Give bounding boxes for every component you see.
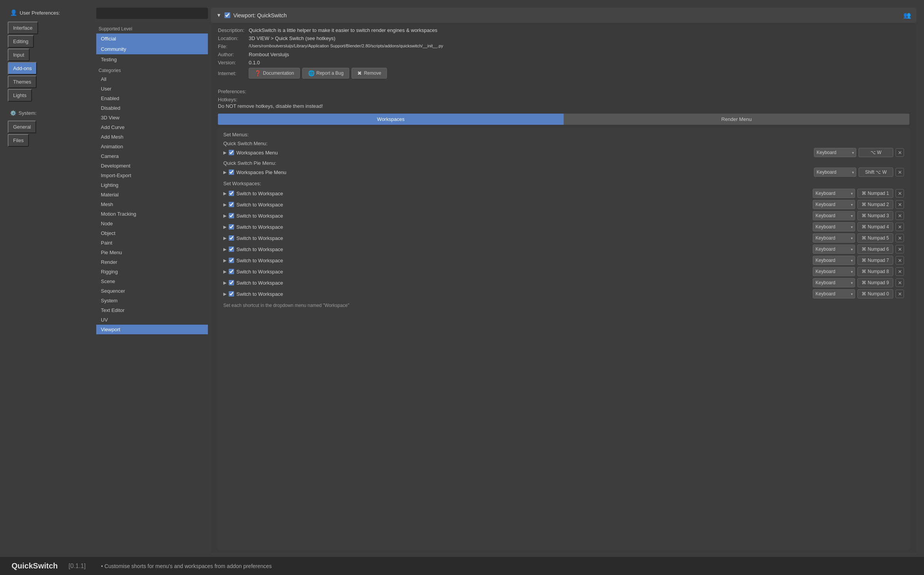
workspace-remove-8[interactable]: ✕ (896, 267, 904, 276)
category-motion-tracking[interactable]: Motion Tracking (96, 209, 208, 219)
workspace-checkbox-4[interactable] (229, 224, 234, 230)
workspace-select-4[interactable]: Keyboard (813, 222, 855, 231)
workspace-select-9[interactable]: Keyboard (813, 278, 855, 287)
workspaces-menu-checkbox[interactable] (229, 150, 234, 155)
workspaces-menu-select[interactable]: Keyboard (814, 148, 856, 157)
expand-arrow-wm[interactable]: ▶ (223, 150, 226, 155)
workspace-shortcut-2[interactable]: ⌘ Numpad 2 (857, 200, 893, 209)
filter-official[interactable]: Official (96, 34, 208, 44)
category-add-curve[interactable]: Add Curve (96, 122, 208, 132)
category-scene[interactable]: Scene (96, 277, 208, 286)
expand-arrow-ws-9[interactable]: ▶ (223, 280, 226, 285)
category-rigging[interactable]: Rigging (96, 267, 208, 277)
expand-arrow-ws-7[interactable]: ▶ (223, 258, 226, 263)
workspace-checkbox-9[interactable] (229, 280, 234, 285)
workspace-select-7[interactable]: Keyboard (813, 256, 855, 265)
category-paint[interactable]: Paint (96, 238, 208, 248)
search-input[interactable] (96, 8, 208, 19)
addon-enabled-checkbox[interactable] (224, 12, 230, 18)
workspace-shortcut-1[interactable]: ⌘ Numpad 1 (857, 189, 893, 198)
expand-arrow-ws-2[interactable]: ▶ (223, 202, 226, 207)
workspace-checkbox-5[interactable] (229, 235, 234, 241)
workspace-shortcut-10[interactable]: ⌘ Numpad 0 (857, 289, 893, 298)
sidebar-item-lights[interactable]: Lights (8, 89, 32, 102)
sidebar-item-editing[interactable]: Editing (8, 35, 34, 48)
remove-button[interactable]: ✖ Remove (352, 68, 387, 79)
report-bug-button[interactable]: 🌐 Report a Bug (302, 68, 350, 79)
category-sequencer[interactable]: Sequencer (96, 286, 208, 296)
expand-arrow-ws-4[interactable]: ▶ (223, 225, 226, 230)
expand-arrow-pm[interactable]: ▶ (223, 170, 226, 175)
sidebar-item-general[interactable]: General (8, 121, 36, 133)
filter-community[interactable]: Community (96, 44, 208, 54)
workspace-remove-6[interactable]: ✕ (896, 245, 904, 253)
expand-arrow-ws-5[interactable]: ▶ (223, 236, 226, 241)
workspace-checkbox-1[interactable] (229, 191, 234, 196)
category-viewport[interactable]: Viewport (96, 325, 208, 334)
expand-arrow-ws-6[interactable]: ▶ (223, 247, 226, 252)
workspace-checkbox-2[interactable] (229, 202, 234, 207)
workspace-remove-7[interactable]: ✕ (896, 256, 904, 265)
workspace-remove-2[interactable]: ✕ (896, 200, 904, 209)
workspace-select-2[interactable]: Keyboard (813, 200, 855, 209)
category-render[interactable]: Render (96, 257, 208, 267)
sidebar-item-themes[interactable]: Themes (8, 75, 37, 88)
sidebar-item-files[interactable]: Files (8, 134, 29, 147)
workspace-shortcut-4[interactable]: ⌘ Numpad 4 (857, 222, 893, 231)
expand-arrow-ws-3[interactable]: ▶ (223, 213, 226, 218)
workspace-select-6[interactable]: Keyboard (813, 245, 855, 254)
workspaces-pie-remove[interactable]: ✕ (896, 168, 904, 176)
category-all[interactable]: All (96, 74, 208, 84)
workspaces-pie-checkbox[interactable] (229, 169, 234, 175)
category-text-editor[interactable]: Text Editor (96, 305, 208, 315)
workspace-select-8[interactable]: Keyboard (813, 267, 855, 276)
workspace-remove-3[interactable]: ✕ (896, 211, 904, 220)
category-user[interactable]: User (96, 84, 208, 94)
addon-expand-arrow[interactable]: ▼ (216, 12, 221, 18)
workspace-checkbox-6[interactable] (229, 246, 234, 252)
category-mesh[interactable]: Mesh (96, 199, 208, 209)
expand-arrow-ws-8[interactable]: ▶ (223, 269, 226, 274)
workspace-select-3[interactable]: Keyboard (813, 211, 855, 220)
category-material[interactable]: Material (96, 190, 208, 199)
tab-render-menu[interactable]: Render Menu (564, 114, 909, 125)
category-import-export[interactable]: Import-Export (96, 171, 208, 180)
workspace-checkbox-7[interactable] (229, 258, 234, 263)
workspaces-pie-shortcut[interactable]: Shift ⌥ W (859, 168, 893, 177)
workspace-shortcut-5[interactable]: ⌘ Numpad 5 (857, 233, 893, 243)
workspace-remove-5[interactable]: ✕ (896, 234, 904, 242)
workspace-shortcut-6[interactable]: ⌘ Numpad 6 (857, 245, 893, 254)
category-node[interactable]: Node (96, 219, 208, 228)
category-system[interactable]: System (96, 296, 208, 305)
category-development[interactable]: Development (96, 161, 208, 171)
workspaces-pie-select[interactable]: Keyboard (814, 168, 856, 177)
documentation-button[interactable]: ❓ Documentation (249, 68, 300, 79)
category-lighting[interactable]: Lighting (96, 180, 208, 190)
expand-arrow-ws-1[interactable]: ▶ (223, 191, 226, 196)
tab-workspaces[interactable]: Workspaces (218, 114, 564, 125)
category-uv[interactable]: UV (96, 315, 208, 325)
category-animation[interactable]: Animation (96, 142, 208, 151)
workspace-checkbox-8[interactable] (229, 269, 234, 274)
category-camera[interactable]: Camera (96, 151, 208, 161)
category-3d-view[interactable]: 3D View (96, 113, 208, 122)
workspaces-menu-shortcut[interactable]: ⌥ W (859, 148, 893, 157)
workspace-select-1[interactable]: Keyboard (813, 189, 855, 198)
workspace-select-10[interactable]: Keyboard (813, 289, 855, 298)
workspace-checkbox-3[interactable] (229, 213, 234, 218)
category-enabled[interactable]: Enabled (96, 94, 208, 103)
expand-arrow-ws-10[interactable]: ▶ (223, 292, 226, 297)
workspaces-menu-remove[interactable]: ✕ (896, 148, 904, 157)
workspace-select-5[interactable]: Keyboard (813, 233, 855, 243)
workspace-checkbox-10[interactable] (229, 291, 234, 297)
workspace-remove-10[interactable]: ✕ (896, 290, 904, 298)
workspace-shortcut-9[interactable]: ⌘ Numpad 9 (857, 278, 893, 287)
workspace-shortcut-3[interactable]: ⌘ Numpad 3 (857, 211, 893, 220)
sidebar-item-interface[interactable]: Interface (8, 22, 38, 34)
category-object[interactable]: Object (96, 228, 208, 238)
filter-testing[interactable]: Testing (96, 54, 208, 65)
sidebar-item-add-ons[interactable]: Add-ons (8, 62, 37, 75)
workspace-remove-9[interactable]: ✕ (896, 278, 904, 287)
category-disabled[interactable]: Disabled (96, 103, 208, 113)
category-add-mesh[interactable]: Add Mesh (96, 132, 208, 142)
